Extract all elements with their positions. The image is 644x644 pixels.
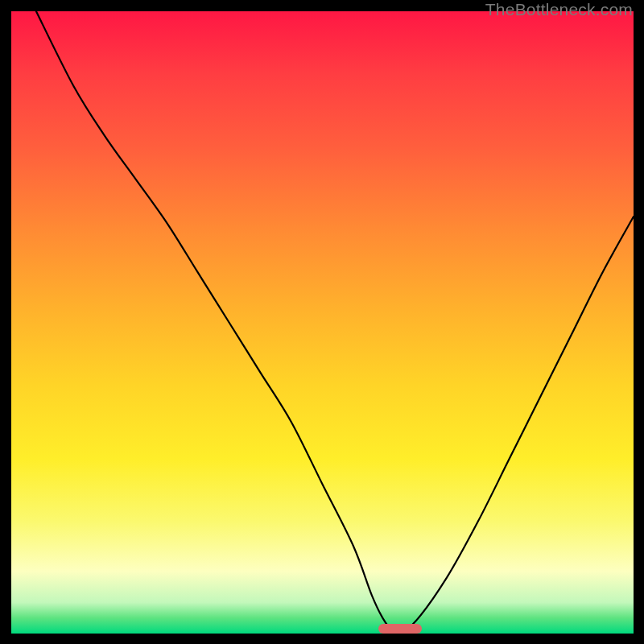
bottleneck-chart: TheBottleneck.com	[0, 0, 644, 644]
watermark-text: TheBottleneck.com	[485, 0, 633, 19]
curve-layer	[11, 11, 634, 634]
minimum-marker	[378, 624, 422, 634]
bottleneck-curve	[36, 11, 634, 634]
